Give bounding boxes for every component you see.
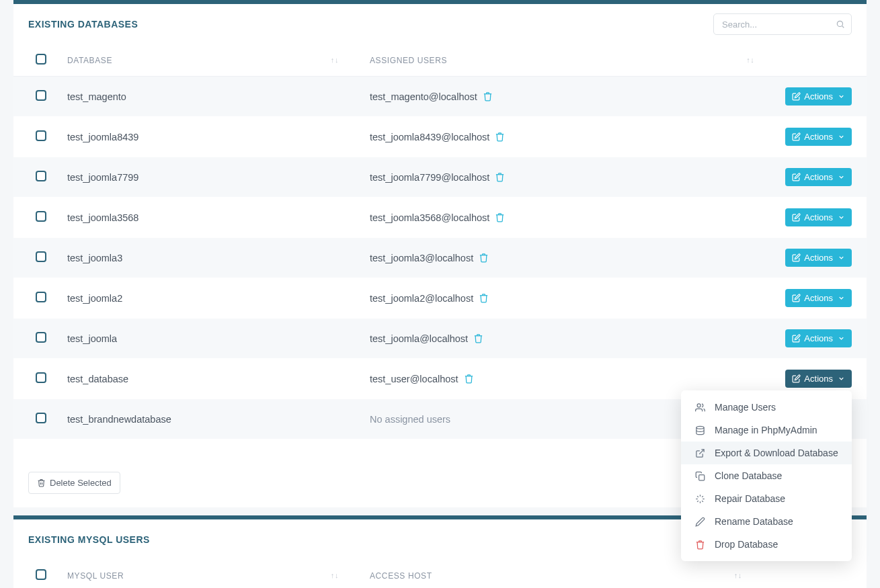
panel-header: EXISTING DATABASES (13, 4, 867, 40)
assigned-user-text: test_joomla@localhost (370, 333, 468, 344)
remove-user-icon[interactable] (464, 374, 474, 384)
row-checkbox[interactable] (36, 332, 46, 343)
remove-user-icon[interactable] (495, 132, 505, 142)
edit-icon (792, 173, 801, 181)
edit-icon (792, 92, 801, 101)
no-users-text: No assigned users (370, 414, 450, 425)
dropdown-item-pencil[interactable]: Rename Database (681, 510, 852, 533)
remove-user-icon[interactable] (495, 212, 505, 222)
edit-icon (792, 213, 801, 222)
chevron-down-icon (838, 214, 845, 221)
remove-user-icon[interactable] (495, 172, 505, 182)
database-name-cell: test_joomla3568 (54, 198, 356, 238)
table-row: test_joomlatest_joomla@localhostActions (13, 319, 867, 359)
row-checkbox[interactable] (36, 292, 46, 302)
trash-icon (694, 540, 705, 550)
col-mysql-user-header[interactable]: MYSQL USER (67, 571, 124, 581)
row-checkbox[interactable] (36, 130, 46, 141)
users-icon (694, 403, 705, 413)
database-icon (694, 425, 705, 435)
svg-line-11 (702, 501, 703, 502)
databases-table: DATABASE↑↓ ASSIGNED USERS↑↓ test_magento… (13, 40, 867, 439)
chevron-down-icon (838, 375, 845, 382)
actions-button[interactable]: Actions (785, 208, 852, 226)
table-row: test_joomla3568test_joomla3568@localhost… (13, 198, 867, 238)
table-row: test_joomla8439test_joomla8439@localhost… (13, 117, 867, 157)
search-wrap (713, 13, 852, 35)
edit-icon (792, 294, 801, 302)
assigned-user-text: test_joomla8439@localhost (370, 132, 489, 142)
actions-label: Actions (804, 91, 833, 101)
chevron-down-icon (838, 294, 845, 302)
assigned-user-text: test_joomla7799@localhost (370, 172, 489, 183)
dropdown-item-users[interactable]: Manage Users (681, 396, 852, 419)
remove-user-icon[interactable] (483, 91, 493, 101)
svg-line-15 (702, 496, 703, 497)
select-all-checkbox[interactable] (36, 569, 46, 580)
row-checkbox[interactable] (36, 90, 46, 101)
dropdown-item-label: Manage Users (715, 402, 776, 413)
col-access-host-header[interactable]: ACCESS HOST (370, 571, 432, 581)
edit-icon (792, 334, 801, 343)
table-row: test_joomla7799test_joomla7799@localhost… (13, 157, 867, 198)
col-database-header[interactable]: DATABASE (67, 56, 112, 65)
remove-user-icon[interactable] (479, 293, 489, 303)
search-icon[interactable] (836, 19, 845, 29)
chevron-down-icon (838, 254, 845, 261)
row-checkbox[interactable] (36, 211, 46, 222)
dropdown-item-label: Rename Database (715, 516, 793, 527)
assigned-user-text: test_magento@localhost (370, 91, 477, 102)
actions-label: Actions (804, 132, 833, 142)
sort-icon: ↑↓ (734, 571, 746, 579)
actions-button[interactable]: Actions (785, 87, 852, 106)
assigned-user-cell: test_joomla7799@localhost (356, 157, 772, 198)
dropdown-item-copy[interactable]: Clone Database (681, 464, 852, 487)
remove-user-icon[interactable] (479, 253, 489, 263)
assigned-user-cell: test_joomla2@localhost (356, 278, 772, 319)
assigned-user-cell: test_joomla8439@localhost (356, 117, 772, 157)
dropdown-item-spinner[interactable]: Repair Database (681, 487, 852, 510)
row-checkbox[interactable] (36, 171, 46, 181)
external-icon (694, 448, 705, 458)
dropdown-item-trash[interactable]: Drop Database (681, 533, 852, 556)
svg-line-14 (697, 501, 698, 502)
row-checkbox[interactable] (36, 372, 46, 383)
chevron-down-icon (838, 173, 845, 181)
dropdown-item-external[interactable]: Export & Download Database (681, 442, 852, 464)
col-users-header[interactable]: ASSIGNED USERS (370, 56, 447, 65)
assigned-user-text: test_joomla2@localhost (370, 293, 473, 304)
dropdown-item-database[interactable]: Manage in PhpMyAdmin (681, 419, 852, 442)
pencil-icon (694, 517, 705, 527)
actions-label: Actions (804, 333, 833, 343)
row-checkbox[interactable] (36, 251, 46, 262)
database-name-cell: test_joomla2 (54, 278, 356, 319)
select-all-checkbox[interactable] (36, 54, 46, 65)
assigned-user-cell: test_magento@localhost (356, 77, 772, 117)
actions-button[interactable]: Actions (785, 370, 852, 388)
spinner-icon (694, 494, 705, 504)
actions-label: Actions (804, 212, 833, 222)
remove-user-icon[interactable] (473, 333, 483, 343)
search-input[interactable] (713, 13, 852, 35)
row-checkbox[interactable] (36, 413, 46, 423)
actions-dropdown: Manage UsersManage in PhpMyAdminExport &… (681, 390, 852, 561)
actions-button[interactable]: Actions (785, 329, 852, 347)
actions-button[interactable]: Actions (785, 168, 852, 186)
svg-point-5 (696, 426, 703, 429)
assigned-user-text: test_user@localhost (370, 374, 458, 384)
database-name-cell: test_joomla8439 (54, 117, 356, 157)
actions-button[interactable]: Actions (785, 289, 852, 307)
assigned-user-cell: test_joomla@localhost (356, 319, 772, 359)
delete-selected-button[interactable]: Delete Selected (28, 472, 120, 494)
actions-button[interactable]: Actions (785, 249, 852, 267)
delete-selected-label: Delete Selected (50, 478, 112, 488)
trash-icon (37, 478, 46, 487)
actions-button[interactable]: Actions (785, 128, 852, 146)
svg-line-10 (697, 496, 698, 497)
copy-icon (694, 471, 705, 481)
sort-icon: ↑↓ (331, 56, 343, 64)
actions-label: Actions (804, 172, 833, 182)
dropdown-item-label: Repair Database (715, 493, 785, 504)
edit-icon (792, 253, 801, 262)
database-name-cell: test_database (54, 359, 356, 399)
